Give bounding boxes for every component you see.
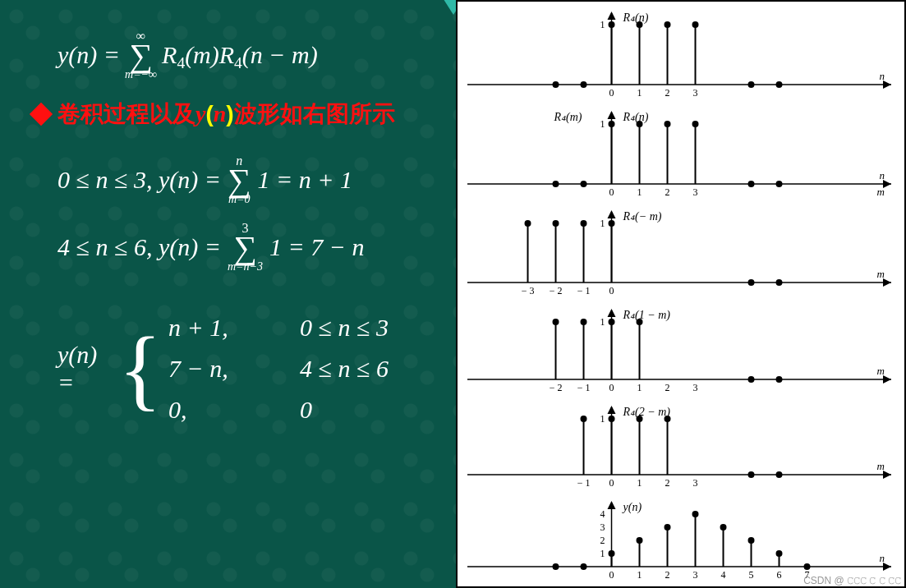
svg-text:R₄(− m): R₄(− m) (623, 210, 662, 223)
svg-text:R₄(n): R₄(n) (623, 11, 649, 25)
equation-main: y(n) = ∞ ∑ m=−∞ R4(m)R4(n − m) (57, 30, 448, 80)
svg-marker-3 (608, 11, 616, 20)
svg-point-22 (776, 81, 783, 88)
svg-point-139 (665, 524, 671, 531)
eq-lhs: y(n) = (57, 41, 120, 69)
svg-text:2: 2 (665, 382, 670, 393)
svg-point-105 (581, 416, 587, 422)
svg-text:n: n (880, 552, 885, 564)
headline-row: 卷积过程以及y(n)波形如右图所示 (33, 99, 448, 130)
svg-text:1: 1 (600, 548, 605, 559)
svg-point-133 (581, 563, 587, 570)
svg-text:6: 6 (777, 569, 782, 581)
svg-point-43 (665, 121, 671, 127)
svg-text:1: 1 (600, 218, 605, 229)
equation-case-b: 4 ≤ n ≤ 6, y(n) = 3 ∑ m=n−3 1 = 7 − n (57, 222, 448, 273)
headline-text: 卷积过程以及y(n)波形如右图所示 (57, 99, 395, 130)
equation-case-a: 0 ≤ n ≤ 3, y(n) = n ∑ m=0 1 = n + 1 (57, 154, 448, 205)
svg-point-113 (776, 471, 783, 478)
svg-text:− 1: − 1 (577, 477, 591, 489)
svg-text:0: 0 (609, 186, 614, 198)
svg-text:R₄(m): R₄(m) (554, 111, 582, 124)
svg-point-41 (637, 121, 643, 127)
svg-text:1: 1 (637, 382, 642, 393)
svg-point-66 (609, 220, 615, 227)
svg-point-39 (609, 121, 615, 127)
svg-point-148 (804, 563, 811, 570)
svg-text:3: 3 (693, 186, 698, 198)
svg-point-46 (748, 181, 755, 187)
svg-text:3: 3 (693, 477, 698, 489)
svg-point-11 (553, 81, 559, 88)
svg-text:1: 1 (600, 19, 605, 30)
svg-point-135 (609, 550, 615, 557)
svg-point-141 (692, 511, 699, 517)
svg-point-18 (665, 21, 671, 28)
svg-point-112 (748, 471, 755, 478)
svg-text:4: 4 (600, 508, 605, 520)
svg-text:1: 1 (637, 87, 642, 99)
svg-point-132 (553, 563, 559, 570)
svg-point-107 (609, 416, 615, 422)
svg-point-64 (581, 220, 587, 227)
svg-marker-26 (608, 111, 616, 119)
slide: y(n) = ∞ ∑ m=−∞ R4(m)R4(n − m) 卷积过程以及y(n… (0, 0, 906, 588)
svg-point-47 (776, 181, 783, 187)
svg-text:n: n (880, 169, 885, 181)
svg-text:1: 1 (600, 413, 605, 425)
svg-point-16 (637, 21, 643, 28)
svg-text:3: 3 (693, 382, 698, 393)
svg-text:1: 1 (637, 477, 642, 489)
sigma-icon: ∞ ∑ m=−∞ (125, 30, 157, 80)
svg-text:2: 2 (665, 186, 670, 198)
svg-marker-95 (608, 406, 616, 414)
svg-point-21 (748, 81, 755, 88)
svg-text:n: n (880, 70, 885, 82)
chart-6: y(n)n123401234567 (464, 496, 898, 586)
svg-text:0: 0 (609, 382, 614, 393)
chart-1: R₄(n)n10123 (464, 7, 898, 104)
piecewise-cases: n + 1, 0 ≤ n ≤ 3 7 − n, 4 ≤ n ≤ 6 0, 0 (168, 314, 448, 424)
sigma-icon: n ∑ m=0 (228, 154, 251, 205)
svg-point-85 (581, 319, 587, 325)
svg-point-68 (776, 279, 783, 286)
svg-point-36 (553, 181, 559, 187)
svg-point-90 (748, 376, 755, 383)
svg-text:4: 4 (721, 569, 726, 581)
svg-text:R₄(2 − m): R₄(2 − m) (623, 406, 671, 419)
svg-text:m: m (877, 365, 885, 377)
svg-point-62 (553, 220, 559, 227)
svg-text:m: m (877, 268, 885, 280)
svg-text:− 1: − 1 (577, 382, 591, 393)
svg-marker-117 (608, 501, 616, 509)
sigma-icon: 3 ∑ m=n−3 (228, 222, 263, 273)
svg-text:1: 1 (637, 186, 642, 198)
svg-text:− 1: − 1 (577, 285, 591, 296)
svg-text:3: 3 (693, 569, 698, 581)
equation-piecewise: y(n) = { n + 1, 0 ≤ n ≤ 3 7 − n, 4 ≤ n ≤… (57, 314, 448, 424)
svg-text:m: m (877, 186, 885, 198)
svg-text:2: 2 (665, 569, 670, 581)
svg-text:− 2: − 2 (550, 382, 563, 393)
svg-point-83 (553, 319, 559, 325)
svg-point-145 (748, 537, 755, 544)
svg-text:y(n): y(n) (622, 501, 642, 514)
svg-marker-72 (608, 309, 616, 317)
svg-text:m: m (877, 460, 885, 472)
svg-point-14 (609, 21, 615, 28)
svg-point-109 (637, 416, 643, 422)
chart-3: R₄(− m)m1− 3− 2− 10 (464, 205, 898, 302)
svg-point-89 (637, 319, 643, 325)
bullet-diamond-icon (30, 103, 53, 126)
svg-point-67 (748, 279, 755, 286)
svg-text:2: 2 (600, 535, 605, 546)
svg-point-87 (609, 319, 615, 325)
svg-text:1: 1 (637, 569, 642, 581)
svg-text:0: 0 (609, 285, 614, 296)
svg-point-91 (776, 376, 783, 383)
svg-text:5: 5 (749, 569, 754, 581)
left-panel: y(n) = ∞ ∑ m=−∞ R4(m)R4(n − m) 卷积过程以及y(n… (0, 0, 456, 588)
svg-text:− 2: − 2 (550, 285, 563, 296)
svg-marker-51 (608, 210, 616, 218)
eq-body: R4(m)R4(n − m) (162, 41, 318, 69)
